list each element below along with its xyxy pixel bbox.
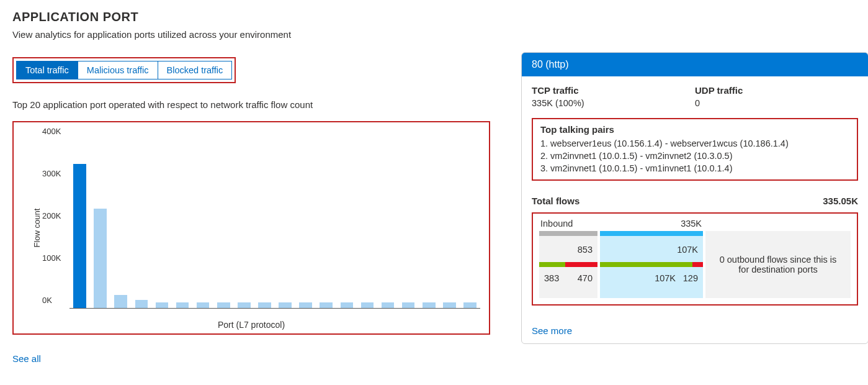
flow-panel-b: 107K 107K 129: [600, 231, 703, 298]
chart-bar[interactable]: [443, 302, 456, 308]
flows-breakdown: Inbound 335K 853 383 470: [532, 212, 858, 306]
inbound-value: 335K: [681, 219, 702, 229]
chart-bar[interactable]: [197, 302, 210, 308]
ytick: 0K: [42, 296, 52, 305]
panel-b-bot-left: 107K: [655, 273, 676, 283]
chart-bar[interactable]: [114, 295, 127, 308]
tab-total-traffic[interactable]: Total traffic: [17, 61, 78, 79]
udp-traffic-label: UDP traffic: [695, 85, 858, 96]
flow-count-chart: Flow count Port (L7 protocol) 400K 300K …: [12, 121, 490, 335]
top-talking-pairs: Top talking pairs 1. webserver1eus (10.1…: [532, 118, 858, 181]
port-detail-card: 80 (http) TCP traffic 335K (100%) UDP tr…: [521, 52, 868, 344]
chart-bar[interactable]: [176, 302, 189, 308]
chart-bar[interactable]: [341, 302, 354, 308]
chart-bar[interactable]: [299, 302, 312, 308]
chart-bar[interactable]: [279, 302, 292, 308]
inbound-label: Inbound: [540, 219, 573, 229]
flow-panel-outbound: 0 outbound flows since this is for desti…: [705, 231, 851, 298]
tab-malicious-traffic[interactable]: Malicious traffic: [78, 61, 158, 79]
talking-pair-row: 2. vm2invnet1 (10.0.1.5) - vm2invnet2 (1…: [540, 151, 849, 161]
total-flows-value: 335.05K: [823, 196, 858, 206]
ytick: 300K: [42, 169, 61, 178]
chart-bar[interactable]: [73, 164, 86, 308]
ytick: 200K: [42, 211, 61, 220]
panel-b-top: 107K: [677, 245, 698, 255]
chart-bar[interactable]: [258, 302, 271, 308]
page-subtitle: View analytics for application ports uti…: [12, 29, 496, 40]
talking-pair-row: 3. vm2invnet1 (10.0.1.5) - vm1invnet1 (1…: [540, 163, 849, 173]
traffic-tabs: Total traffic Malicious traffic Blocked …: [12, 57, 236, 83]
udp-traffic-value: 0: [695, 98, 858, 108]
port-detail-title: 80 (http): [522, 53, 868, 76]
panel-a-top: 853: [578, 245, 593, 255]
flow-panel-a: 853 383 470: [539, 231, 597, 298]
chart-bar[interactable]: [94, 209, 107, 308]
chart-xlabel: Port (L7 protocol): [14, 320, 489, 330]
chart-bar[interactable]: [135, 300, 148, 308]
total-flows-label: Total flows: [532, 196, 579, 206]
outbound-message: 0 outbound flows since this is for desti…: [718, 255, 838, 274]
chart-bar[interactable]: [382, 302, 395, 308]
chart-ylabel: Flow count: [32, 209, 42, 248]
talking-pairs-title: Top talking pairs: [540, 124, 849, 135]
page-title: APPLICATION PORT: [12, 10, 496, 24]
chart-bar[interactable]: [238, 302, 251, 308]
chart-bar[interactable]: [423, 302, 436, 308]
tcp-traffic-label: TCP traffic: [532, 85, 695, 96]
tcp-traffic-value: 335K (100%): [532, 98, 695, 108]
chart-bar[interactable]: [463, 302, 477, 308]
ytick: 100K: [42, 253, 61, 263]
panel-a-bot-right: 470: [578, 273, 593, 283]
see-more-link[interactable]: See more: [532, 325, 572, 336]
chart-bar[interactable]: [320, 302, 333, 308]
chart-caption: Top 20 application port operated with re…: [12, 99, 496, 110]
ytick: 400K: [42, 127, 61, 136]
chart-bar[interactable]: [156, 302, 169, 308]
see-all-link[interactable]: See all: [12, 353, 41, 364]
talking-pair-row: 1. webserver1eus (10.156.1.4) - webserve…: [540, 138, 849, 148]
tab-blocked-traffic[interactable]: Blocked traffic: [158, 61, 232, 79]
chart-bar[interactable]: [217, 302, 230, 308]
panel-a-bot-left: 383: [544, 273, 559, 283]
panel-b-bot-right: 129: [683, 273, 698, 283]
chart-bar[interactable]: [402, 302, 415, 308]
chart-bar[interactable]: [361, 302, 374, 308]
